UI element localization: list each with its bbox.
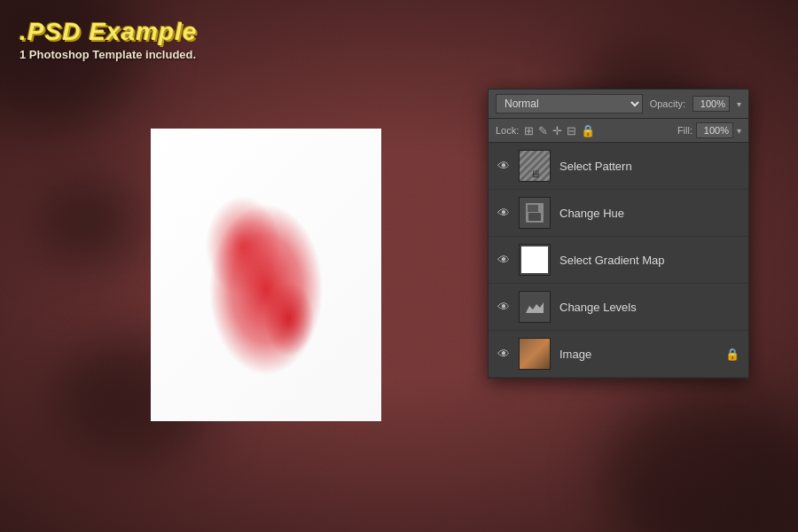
hue-thumb-visual [520, 198, 550, 228]
levels-icon [524, 299, 545, 315]
title-sub: 1 Photoshop Template included. [20, 48, 197, 61]
title-area: .PSD Example 1 Photoshop Template includ… [20, 18, 197, 61]
opacity-arrow-icon[interactable]: ▾ [737, 99, 741, 109]
layer-name-change-hue: Change Hue [559, 207, 739, 220]
blend-opacity-bar: Normal Opacity: 100% ▾ [489, 90, 748, 119]
lock-icons-group: ⊞ ✎ ✛ ⊟ 🔒 [524, 124, 595, 137]
pattern-thumb-visual: 🖥 [520, 151, 550, 181]
lock-pixels-icon[interactable]: ⊞ [524, 124, 534, 137]
lock-paint-icon[interactable]: ✎ [538, 124, 548, 137]
thumb-hue [519, 197, 551, 229]
visibility-icon-image[interactable]: 👁 [497, 347, 510, 361]
layer-change-hue[interactable]: 👁 Change Hue [489, 190, 748, 237]
thumb-image [519, 338, 551, 370]
fill-area: Fill: 100% ▾ [677, 122, 741, 138]
thumb-levels [519, 291, 551, 323]
thumb-gradient [519, 244, 551, 276]
visibility-icon-gradient[interactable]: 👁 [497, 253, 510, 267]
lock-bar: Lock: ⊞ ✎ ✛ ⊟ 🔒 Fill: 100% ▾ [489, 119, 748, 143]
artwork-inner [151, 129, 381, 421]
lock-all-icon[interactable]: 🔒 [581, 124, 595, 137]
lock-icon-image: 🔒 [725, 348, 739, 361]
layer-name-change-levels: Change Levels [559, 301, 739, 314]
lock-artboard-icon[interactable]: ⊟ [567, 124, 576, 137]
thumb-pattern: 🖥 [519, 150, 551, 182]
layer-image[interactable]: 👁 Image 🔒 [489, 331, 748, 378]
layers-list: 👁 🖥 Select Pattern 👁 Change Hue 👁 [489, 143, 748, 378]
fill-value: 100% [696, 122, 733, 138]
lock-label: Lock: [496, 125, 519, 136]
title-main: .PSD Example [20, 18, 197, 46]
gradient-thumb-visual [520, 245, 550, 275]
fill-label: Fill: [677, 125, 692, 136]
artwork-canvas [151, 129, 381, 421]
opacity-label: Opacity: [650, 98, 685, 109]
layer-name-select-pattern: Select Pattern [559, 160, 739, 173]
blend-mode-select[interactable]: Normal [496, 94, 643, 113]
visibility-icon-hue[interactable]: 👁 [497, 206, 510, 220]
visibility-icon-levels[interactable]: 👁 [497, 300, 510, 314]
svg-marker-0 [526, 302, 544, 313]
opacity-value: 100% [692, 96, 730, 112]
layer-select-pattern[interactable]: 👁 🖥 Select Pattern [489, 143, 748, 190]
lock-move-icon[interactable]: ✛ [552, 124, 562, 137]
floppy-icon [526, 203, 544, 223]
fill-arrow-icon[interactable]: ▾ [737, 126, 741, 136]
layer-name-image: Image [559, 348, 716, 361]
visibility-icon-pattern[interactable]: 👁 [497, 159, 510, 173]
layer-change-levels[interactable]: 👁 Change Levels [489, 284, 748, 331]
photoshop-layers-panel: Normal Opacity: 100% ▾ Lock: ⊞ ✎ ✛ ⊟ 🔒 F… [488, 89, 749, 379]
layer-select-gradient-map[interactable]: 👁 Select Gradient Map [489, 237, 748, 284]
layer-name-select-gradient: Select Gradient Map [559, 254, 739, 267]
levels-thumb-visual [520, 292, 550, 322]
image-thumb-visual [520, 339, 550, 369]
